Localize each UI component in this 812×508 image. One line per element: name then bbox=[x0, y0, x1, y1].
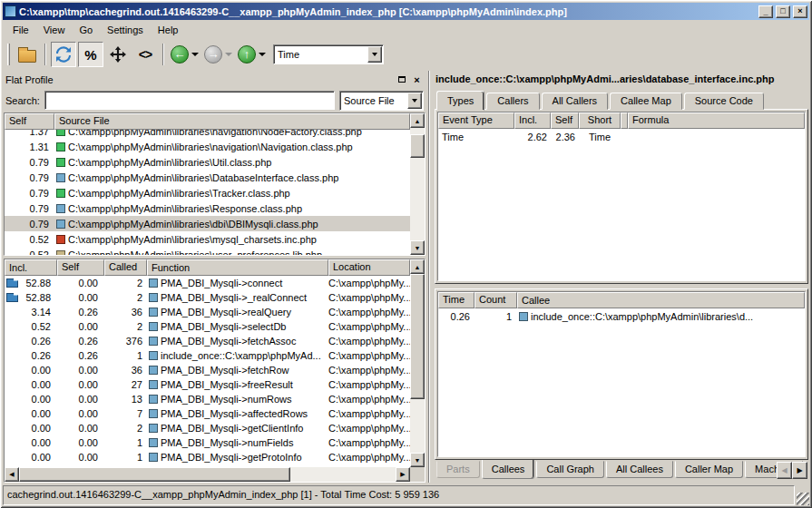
menu-item[interactable]: File bbox=[5, 22, 36, 38]
function-row[interactable]: 3.14 0.26 36 PMA_DBI_Mysqli->realQuery bbox=[5, 305, 410, 319]
source-file-row[interactable]: 0.79 C:\xampp\phpMyAdmin\libraries\dbi\D… bbox=[5, 216, 410, 231]
event-type-dropdown-button[interactable] bbox=[367, 46, 382, 63]
function-table-hscrollbar[interactable]: ◀ ▶ bbox=[5, 467, 425, 482]
close-button[interactable]: × bbox=[793, 5, 807, 18]
detail-tab[interactable]: Callers bbox=[486, 93, 539, 110]
scrollbar-thumb[interactable] bbox=[410, 134, 425, 158]
scrollbar-thumb[interactable] bbox=[410, 274, 425, 399]
bottom-tab[interactable]: Callees bbox=[482, 460, 535, 479]
column-header-called[interactable]: Called bbox=[104, 259, 147, 276]
bottom-tab[interactable]: Caller Map bbox=[675, 461, 743, 478]
open-file-button[interactable] bbox=[15, 42, 40, 67]
column-header-spacer[interactable] bbox=[621, 112, 628, 129]
short-cell: Time bbox=[579, 132, 621, 142]
source-table-scrollbar[interactable]: ▲ ▼ bbox=[410, 113, 425, 255]
shorten-templates-button[interactable]: <> bbox=[132, 42, 158, 67]
grouping-dropdown-button[interactable] bbox=[407, 93, 422, 109]
column-header-event-type[interactable]: Event Type bbox=[438, 112, 514, 129]
maximize-button[interactable]: □ bbox=[776, 5, 790, 18]
back-button[interactable]: ← bbox=[171, 45, 189, 64]
function-row[interactable]: 0.00 0.00 2 PMA_DBI_Mysqli->getClientInf… bbox=[5, 421, 410, 435]
detail-tab[interactable]: Types bbox=[436, 91, 484, 111]
source-file-row[interactable]: 0.79 C:\xampp\phpMyAdmin\libraries\Datab… bbox=[5, 170, 410, 185]
relative-percent-button[interactable]: % bbox=[78, 42, 103, 67]
scroll-down-icon[interactable]: ▼ bbox=[410, 240, 425, 255]
function-row[interactable]: 0.52 0.00 2 PMA_DBI_Mysqli->selectDb bbox=[5, 319, 410, 334]
menu-item[interactable]: Settings bbox=[100, 22, 151, 38]
function-row[interactable]: 0.00 0.00 27 PMA_DBI_Mysqli->freeResult bbox=[5, 377, 410, 392]
dock-float-button[interactable] bbox=[395, 73, 408, 86]
bottom-tab[interactable]: Call Graph bbox=[536, 461, 604, 478]
bottom-tab[interactable]: Parts bbox=[436, 461, 480, 478]
source-file-row[interactable]: 0.52 C:\xampp\phpMyAdmin\libraries\mysql… bbox=[5, 231, 410, 247]
column-header-formula[interactable]: Formula bbox=[628, 112, 805, 129]
minimize-button[interactable]: _ bbox=[758, 5, 773, 18]
cycle-detection-button[interactable] bbox=[51, 42, 76, 67]
function-row[interactable]: 52.88 0.00 2 PMA_DBI_Mysqli->_realConnec… bbox=[5, 290, 410, 305]
function-row[interactable]: 0.00 0.00 1 PMA_DBI_Mysqli->getProtoInfo bbox=[5, 450, 410, 464]
event-type-row[interactable]: Time 2.62 2.36 Time bbox=[438, 129, 805, 144]
source-file-row[interactable]: 1.37 C:\xampp\phpMyAdmin\libraries\navig… bbox=[5, 130, 410, 139]
menu-item[interactable]: Help bbox=[151, 22, 186, 38]
detail-tab[interactable]: All Callers bbox=[542, 93, 609, 110]
move-button[interactable] bbox=[105, 42, 131, 67]
dock-close-button[interactable]: × bbox=[410, 73, 424, 86]
scroll-down-icon[interactable]: ▼ bbox=[410, 453, 425, 467]
function-row[interactable]: 0.26 0.26 376 PMA_DBI_Mysqli->fetchAssoc bbox=[5, 334, 410, 348]
resize-grip[interactable] bbox=[797, 493, 809, 505]
column-header-incl[interactable]: Incl. bbox=[5, 259, 57, 276]
back-arrow-icon: ← bbox=[174, 45, 186, 64]
forward-arrow-icon: → bbox=[208, 45, 220, 64]
column-header-time[interactable]: Time bbox=[438, 292, 474, 308]
source-file-row[interactable]: 0.52 C:\xampp\phpMyAdmin\libraries\user_… bbox=[5, 247, 410, 255]
source-file-path: C:\xampp\phpMyAdmin\libraries\mysql_char… bbox=[68, 234, 317, 245]
event-type-combobox[interactable]: Time bbox=[273, 44, 384, 64]
search-input[interactable] bbox=[44, 91, 335, 110]
column-header-short[interactable]: Short bbox=[579, 112, 621, 129]
grouping-combobox[interactable]: Source File bbox=[339, 91, 424, 111]
menu-item[interactable]: Go bbox=[72, 22, 100, 38]
function-row[interactable]: 0.00 0.00 1 PMA_DBI_Mysqli->numFields bbox=[5, 435, 410, 450]
column-header-count[interactable]: Count bbox=[474, 292, 517, 308]
detail-tab-bar: Types Callers All Callers Callee Map Sou… bbox=[435, 89, 808, 110]
source-file-row[interactable]: 1.31 C:\xampp\phpMyAdmin\libraries\navig… bbox=[5, 139, 410, 154]
tab-scroll-right-icon[interactable]: ▶ bbox=[792, 462, 807, 479]
dock-title-bar[interactable]: Flat Profile × bbox=[4, 71, 426, 88]
function-table-vscrollbar[interactable]: ▲ ▼ bbox=[410, 259, 425, 467]
detail-tab[interactable]: Source Code bbox=[684, 93, 764, 110]
source-file-row[interactable]: 0.79 C:\xampp\phpMyAdmin\libraries\Respo… bbox=[5, 200, 410, 216]
scroll-up-icon[interactable]: ▲ bbox=[410, 113, 425, 128]
called-count-cell: 7 bbox=[104, 408, 147, 419]
column-header-incl[interactable]: Incl. bbox=[514, 112, 551, 129]
column-header-location[interactable]: Location bbox=[328, 259, 410, 276]
scroll-left-icon[interactable]: ◀ bbox=[5, 467, 19, 482]
menu-item[interactable]: View bbox=[36, 22, 73, 38]
self-cost-cell: 0.00 bbox=[57, 452, 104, 463]
function-row[interactable]: 0.26 0.26 1 include_once::C:\xampp\phpMy… bbox=[5, 348, 410, 363]
up-dropdown-icon[interactable] bbox=[259, 53, 266, 56]
function-row[interactable]: 0.00 0.00 7 PMA_DBI_Mysqli->affectedRows bbox=[5, 406, 410, 421]
column-header-callee[interactable]: Callee bbox=[517, 292, 805, 308]
source-file-row[interactable]: 0.79 C:\xampp\phpMyAdmin\libraries\Util.… bbox=[5, 154, 410, 170]
source-file-row[interactable]: 0.79 C:\xampp\phpMyAdmin\libraries\Track… bbox=[5, 185, 410, 200]
callee-row[interactable]: 0.26 1 include_once::C:\xampp\phpMyAdmin… bbox=[438, 308, 805, 324]
detail-tab[interactable]: Callee Map bbox=[610, 93, 682, 110]
function-row[interactable]: 52.88 0.00 2 PMA_DBI_Mysqli->connect bbox=[5, 276, 410, 290]
back-dropdown-icon[interactable] bbox=[191, 53, 199, 56]
bottom-tab[interactable]: All Callees bbox=[606, 461, 673, 478]
title-bar[interactable]: C:\xampp\tmp\cachegrind.out.1416463299-C… bbox=[3, 3, 809, 20]
scrollbar-thumb[interactable] bbox=[19, 467, 290, 482]
function-row[interactable]: 0.00 0.00 13 PMA_DBI_Mysqli->numRows bbox=[5, 392, 410, 406]
column-header-self[interactable]: Self bbox=[57, 259, 104, 276]
move-cross-icon bbox=[110, 46, 126, 63]
column-header-source-file[interactable]: Source File bbox=[54, 113, 410, 130]
scroll-right-icon[interactable]: ▶ bbox=[396, 467, 410, 482]
scroll-up-icon[interactable]: ▲ bbox=[410, 259, 425, 274]
up-button[interactable]: ↑ bbox=[238, 45, 256, 64]
column-header-self[interactable]: Self bbox=[551, 112, 579, 129]
column-header-self[interactable]: Self bbox=[5, 113, 54, 130]
function-row[interactable]: 0.00 0.00 36 PMA_DBI_Mysqli->fetchRow bbox=[5, 363, 410, 377]
toolbar-drag-handle[interactable] bbox=[7, 44, 10, 65]
tab-scroll-left-icon: ◀ bbox=[777, 462, 792, 479]
column-header-function[interactable]: Function bbox=[147, 259, 328, 276]
